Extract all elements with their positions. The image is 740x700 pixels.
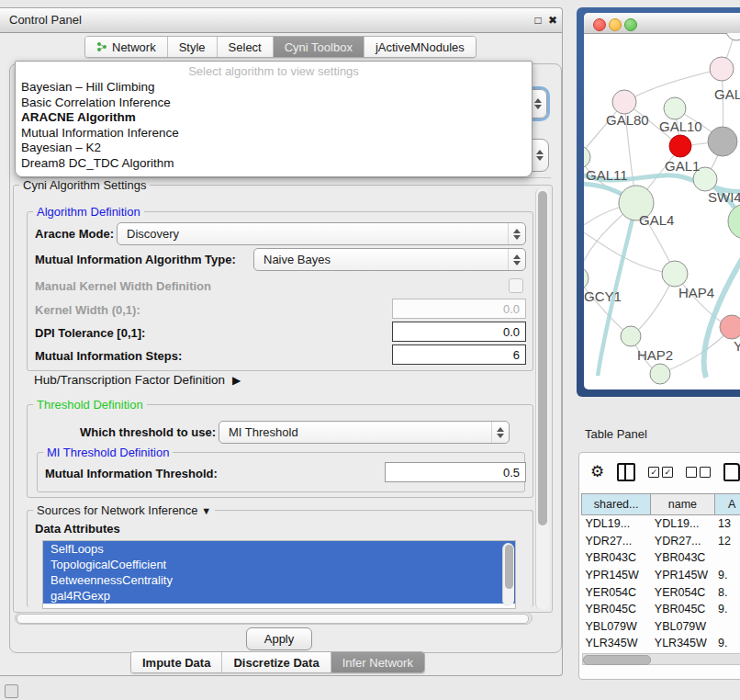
settings-horizontal-scrollbar[interactable] xyxy=(15,612,533,625)
hub-definition-toggle[interactable]: Hub/Transcription Factor Definition ▶ xyxy=(34,373,241,387)
cyni-algorithm-settings-group: Cyni Algorithm Settings Algorithm Defini… xyxy=(13,185,553,613)
network-node-gal1-red[interactable] xyxy=(669,135,691,157)
list-item[interactable]: TopologicalCoefficient xyxy=(43,557,515,572)
close-panel-icon[interactable]: ✖ xyxy=(545,13,560,28)
dropdown-item-dream8[interactable]: Dream8 DC_TDC Algorithm xyxy=(16,156,532,172)
list-item[interactable]: gal4RGexp xyxy=(43,588,515,604)
select-all-columns-icon[interactable]: ✓✓ xyxy=(648,467,673,478)
tab-network[interactable]: Network xyxy=(85,37,168,57)
node-label: SWI4 xyxy=(708,189,740,205)
node-label: GAL80 xyxy=(606,112,649,128)
network-node-gal11[interactable] xyxy=(584,146,590,168)
table-row[interactable]: YER054CYER054C8. xyxy=(582,583,740,601)
network-canvas[interactable]: GAL GAL80 GAL10 GAL1 GAL11 SWI4 GAL4 GCY… xyxy=(584,33,740,390)
table-header-row: shared... name A xyxy=(582,494,740,515)
tab-infer-network[interactable]: Infer Network xyxy=(331,652,424,672)
tab-select[interactable]: Select xyxy=(218,37,274,57)
dropdown-item-aracne[interactable]: ARACNE Algorithm xyxy=(16,110,532,126)
manual-kernel-label: Manual Kernel Width Definition xyxy=(35,279,211,293)
table-horizontal-scrollbar[interactable] xyxy=(582,653,740,665)
kernel-width-input[interactable]: 0.0 xyxy=(392,299,526,319)
network-node[interactable] xyxy=(708,127,737,156)
table-row[interactable]: YBR043CYBR043C xyxy=(582,549,740,567)
settings-vertical-scrollbar[interactable] xyxy=(535,187,549,610)
mi-threshold-label: Mutual Information Threshold: xyxy=(45,467,218,480)
split-columns-icon[interactable] xyxy=(617,463,635,481)
tab-style[interactable]: Style xyxy=(168,37,218,57)
network-node[interactable] xyxy=(710,57,734,81)
list-scrollbar[interactable] xyxy=(502,543,514,606)
network-node[interactable] xyxy=(650,364,670,384)
expanded-arrow-icon[interactable]: ▼ xyxy=(201,505,211,516)
table-panel-card: ⚙ ✓✓ shared... name A YDL19...YDL19...13 xyxy=(578,452,740,680)
network-node-hap2[interactable] xyxy=(621,326,641,346)
dropdown-item-bayesian-hill-climbing[interactable]: Bayesian – Hill Climbing xyxy=(16,80,532,96)
control-panel-titlebar[interactable]: Control Panel □ ✖ xyxy=(0,8,562,33)
combo-stepper-icon xyxy=(508,249,525,270)
mi-algorithm-type-combo[interactable]: Naive Bayes xyxy=(253,248,526,271)
node-label: GAL4 xyxy=(639,212,674,228)
network-node[interactable] xyxy=(726,33,740,40)
deselect-all-columns-icon[interactable] xyxy=(686,467,711,478)
gear-icon[interactable]: ⚙ xyxy=(590,462,604,481)
mi-steps-input[interactable]: 6 xyxy=(392,344,526,365)
network-icon xyxy=(96,41,107,52)
table-row[interactable]: YBR045CYBR045C9. xyxy=(582,601,740,618)
panel-toggle-icon[interactable] xyxy=(5,684,18,698)
collapsed-arrow-icon: ▶ xyxy=(232,374,241,387)
combo-stepper-icon xyxy=(491,422,509,443)
combo-stepper-icon xyxy=(508,223,525,244)
dropdown-item-basic-correlation[interactable]: Basic Correlation Inference xyxy=(16,96,532,111)
apply-button[interactable]: Apply xyxy=(246,627,312,650)
dropdown-item-mutual-information[interactable]: Mutual Information Inference xyxy=(16,126,532,141)
threshold-definition-title: Threshold Definition xyxy=(33,398,147,412)
algorithm-definition-group: Algorithm Definition Aracne Mode: Discov… xyxy=(27,211,533,371)
tab-cyni-toolbox[interactable]: Cyni Toolbox xyxy=(274,37,364,57)
network-node[interactable] xyxy=(720,315,740,339)
dropdown-item-bayesian-k2[interactable]: Bayesian – K2 xyxy=(16,141,532,156)
which-threshold-combo[interactable]: MI Threshold xyxy=(219,421,510,444)
new-table-icon[interactable] xyxy=(723,463,740,481)
dropdown-prompt: Select algorithm to view settings xyxy=(16,62,532,80)
network-node-gal80[interactable] xyxy=(612,90,636,114)
minimize-window-icon[interactable] xyxy=(609,18,622,31)
network-window-titlebar[interactable] xyxy=(584,13,740,34)
column-header-name[interactable]: name xyxy=(651,494,714,515)
mi-type-label: Mutual Information Algorithm Type: xyxy=(35,253,236,266)
node-label: GAL xyxy=(714,86,740,102)
dpi-tolerance-input[interactable]: 0.0 xyxy=(392,322,526,342)
list-item[interactable]: BetweennessCentrality xyxy=(43,572,515,588)
tab-impute-data[interactable]: Impute Data xyxy=(131,652,222,672)
float-window-icon[interactable]: □ xyxy=(531,13,545,28)
network-view-window[interactable]: GAL GAL80 GAL10 GAL1 GAL11 SWI4 GAL4 GCY… xyxy=(584,13,740,390)
tab-discretize-data[interactable]: Discretize Data xyxy=(222,652,331,672)
data-attributes-list[interactable]: SelfLoops TopologicalCoefficient Between… xyxy=(42,540,516,609)
aracne-mode-combo[interactable]: Discovery xyxy=(117,222,526,245)
network-node-gcy1[interactable] xyxy=(584,266,589,290)
network-node-gal10[interactable] xyxy=(664,97,686,119)
tab-jactivemnodules[interactable]: jActiveMNodules xyxy=(364,37,476,57)
list-item[interactable]: SelfLoops xyxy=(43,541,515,557)
kernel-width-label: Kernel Width (0,1): xyxy=(35,303,140,317)
zoom-window-icon[interactable] xyxy=(624,18,637,31)
table-row[interactable]: YLR345WYLR345W9. xyxy=(582,635,740,652)
network-node-hap4[interactable] xyxy=(662,261,688,287)
cyni-bottom-tabs: Impute Data Discretize Data Infer Networ… xyxy=(130,651,425,673)
manual-kernel-checkbox[interactable] xyxy=(509,278,523,293)
node-label: Y xyxy=(734,338,740,354)
group-title: Cyni Algorithm Settings xyxy=(19,178,150,192)
threshold-definition-group: Threshold Definition Which threshold to … xyxy=(27,404,533,498)
sources-title: Sources for Network Inference ▼ xyxy=(33,503,215,517)
table-row[interactable]: YPR145WYPR145W9. xyxy=(582,567,740,584)
network-node[interactable] xyxy=(728,204,740,239)
mi-threshold-input[interactable]: 0.5 xyxy=(385,462,526,482)
table-row[interactable]: YDR27...YDR27...12 xyxy=(582,533,740,550)
close-window-icon[interactable] xyxy=(593,18,606,31)
dpi-tolerance-label: DPI Tolerance [0,1]: xyxy=(35,326,145,340)
table-row[interactable]: YBL079WYBL079W xyxy=(582,618,740,636)
column-header-partial[interactable]: A xyxy=(714,494,740,515)
table-row[interactable]: YDL19...YDL19...13 xyxy=(582,515,740,533)
aracne-mode-label: Aracne Mode: xyxy=(35,227,114,241)
sources-group: Sources for Network Inference ▼ Data Att… xyxy=(27,510,533,607)
column-header-shared-name[interactable]: shared... xyxy=(582,494,651,515)
